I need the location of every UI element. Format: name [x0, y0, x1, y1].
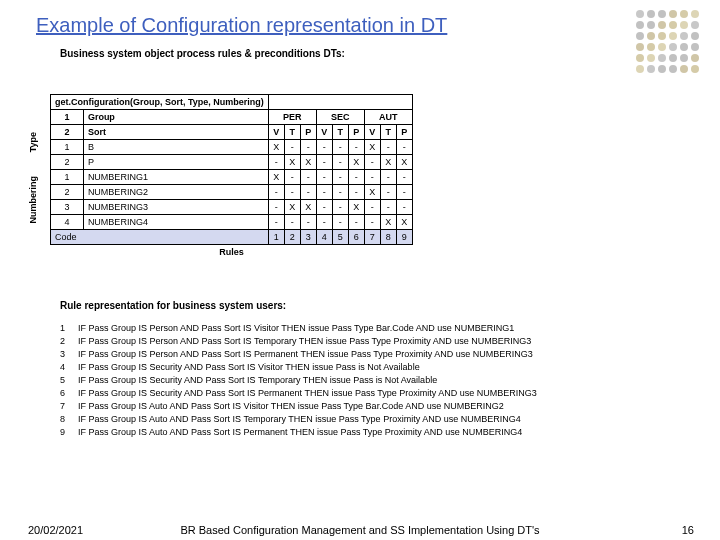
rule-item: 2IF Pass Group IS Person AND Pass Sort I… [60, 336, 537, 346]
decoration-dots [636, 10, 700, 74]
footer-title: BR Based Configuration Management and SS… [180, 524, 539, 536]
footer-page: 16 [682, 524, 694, 536]
rule-item: 8IF Pass Group IS Auto AND Pass Sort IS … [60, 414, 537, 424]
rule-item: 9IF Pass Group IS Auto AND Pass Sort IS … [60, 427, 537, 437]
vlabel-type: Type [28, 132, 38, 152]
section-heading-2: Rule representation for business system … [60, 300, 286, 311]
footer-date: 20/02/2021 [28, 524, 83, 536]
rule-item: 3IF Pass Group IS Person AND Pass Sort I… [60, 349, 537, 359]
rule-item: 5IF Pass Group IS Security AND Pass Sort… [60, 375, 537, 385]
page-title: Example of Configuration representation … [36, 14, 447, 37]
rule-item: 4IF Pass Group IS Security AND Pass Sort… [60, 362, 537, 372]
rule-item: 7IF Pass Group IS Auto AND Pass Sort IS … [60, 401, 537, 411]
vlabel-numbering: Numbering [28, 176, 38, 224]
decision-table: Type Numbering get.Configuration(Group, … [50, 94, 413, 257]
rule-list: 1IF Pass Group IS Person AND Pass Sort I… [60, 320, 537, 440]
rule-item: 1IF Pass Group IS Person AND Pass Sort I… [60, 323, 537, 333]
rule-item: 6IF Pass Group IS Security AND Pass Sort… [60, 388, 537, 398]
section-heading-1: Business system object process rules & p… [60, 48, 720, 59]
rules-label: Rules [50, 247, 413, 257]
